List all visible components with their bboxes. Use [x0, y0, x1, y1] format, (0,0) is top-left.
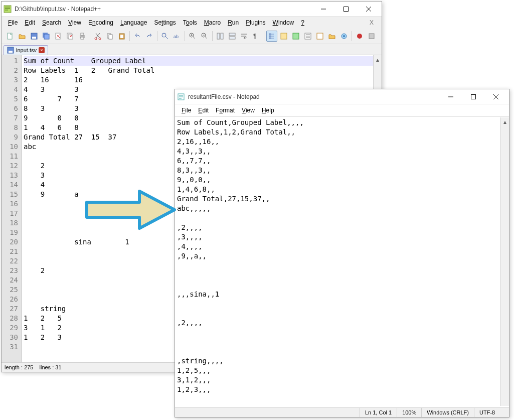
replace-icon[interactable]: ab	[172, 31, 183, 42]
npp-menubar: File Edit Search View Encoding Language …	[2, 17, 382, 29]
menu-edit[interactable]: Edit	[21, 18, 39, 28]
doc-list-icon[interactable]	[302, 31, 313, 42]
svg-rect-26	[229, 37, 235, 39]
svg-rect-23	[217, 33, 220, 39]
svg-point-33	[343, 35, 345, 37]
npp-title: D:\Github\\input.tsv - Notepad++	[15, 6, 312, 13]
lang-ud-icon[interactable]	[278, 31, 289, 42]
svg-rect-29	[293, 33, 299, 39]
disk-icon	[7, 47, 14, 54]
svg-rect-31	[317, 33, 323, 39]
close-file-icon[interactable]	[53, 31, 64, 42]
scroll-up-arrow[interactable]: ▴	[501, 117, 509, 126]
menu-language[interactable]: Language	[117, 18, 150, 28]
record-icon[interactable]	[354, 31, 365, 42]
menu-search[interactable]: Search	[39, 18, 65, 28]
new-file-icon[interactable]	[5, 31, 16, 42]
save-icon[interactable]	[29, 31, 40, 42]
menu-run[interactable]: Run	[224, 18, 242, 28]
notepad-app-icon	[177, 93, 185, 101]
status-length: length : 275	[5, 364, 34, 370]
svg-rect-39	[471, 94, 475, 99]
menu-file[interactable]: File	[178, 105, 195, 115]
npp-titlebar[interactable]: D:\Github\\input.tsv - Notepad++	[2, 2, 382, 17]
menu-close-x[interactable]: X	[365, 18, 379, 28]
find-icon[interactable]	[159, 31, 170, 42]
transform-arrow-icon	[84, 187, 177, 232]
zoom-in-icon[interactable]	[187, 31, 198, 42]
save-all-icon[interactable]	[41, 31, 52, 42]
close-button[interactable]	[357, 2, 380, 16]
menu-format[interactable]: Format	[212, 105, 238, 115]
menu-edit[interactable]: Edit	[195, 105, 212, 115]
menu-tools[interactable]: Tools	[180, 18, 201, 28]
redo-icon[interactable]	[144, 31, 155, 42]
svg-point-19	[162, 33, 166, 37]
sync-h-icon[interactable]	[227, 31, 238, 42]
svg-text:ab: ab	[174, 34, 179, 39]
undo-icon[interactable]	[132, 31, 143, 42]
scroll-up-arrow[interactable]: ▴	[374, 55, 382, 64]
menu-file[interactable]: File	[5, 18, 21, 28]
func-list-icon[interactable]	[314, 31, 325, 42]
np-menubar: File Edit Format View Help	[175, 104, 509, 117]
status-pos: Ln 1, Col 1	[360, 408, 397, 417]
maximize-button[interactable]	[462, 90, 484, 104]
status-lines: lines : 31	[40, 364, 62, 370]
np-titlebar[interactable]: resultantFile.csv - Notepad	[175, 89, 509, 104]
close-all-icon[interactable]	[65, 31, 76, 42]
line-number-gutter: 1234567891011121314151617181920212223242…	[2, 55, 22, 362]
svg-rect-28	[281, 33, 287, 39]
np-title: resultantFile.csv - Notepad	[188, 93, 439, 100]
menu-view[interactable]: View	[65, 18, 85, 28]
tab-input-tsv[interactable]: input.tsv ×	[4, 45, 48, 55]
svg-rect-25	[229, 33, 235, 36]
copy-icon[interactable]	[104, 31, 115, 42]
status-zoom: 100%	[397, 408, 421, 417]
menu-settings[interactable]: Settings	[150, 18, 179, 28]
cut-icon[interactable]	[92, 31, 103, 42]
status-eol: Windows (CRLF)	[421, 408, 474, 417]
np-statusbar: Ln 1, Col 1 100% Windows (CRLF) UTF-8	[175, 407, 509, 417]
indent-guide-icon[interactable]	[266, 31, 277, 42]
tab-close-icon[interactable]: ×	[39, 47, 45, 53]
svg-rect-37	[9, 51, 13, 53]
minimize-button[interactable]	[439, 90, 462, 104]
svg-point-34	[357, 34, 362, 39]
monitor-icon[interactable]	[338, 31, 350, 42]
tab-label: input.tsv	[16, 47, 37, 53]
menu-view[interactable]: View	[238, 105, 258, 115]
npp-app-icon	[4, 5, 12, 13]
svg-rect-2	[8, 33, 12, 39]
close-button[interactable]	[484, 90, 507, 104]
notepad-window: resultantFile.csv - Notepad File Edit Fo…	[175, 89, 509, 417]
svg-rect-24	[221, 33, 223, 39]
menu-encoding[interactable]: Encoding	[85, 18, 117, 28]
open-file-icon[interactable]	[17, 31, 28, 42]
maximize-button[interactable]	[334, 2, 357, 16]
doc-map-icon[interactable]	[290, 31, 301, 42]
menu-help[interactable]: Help	[258, 105, 278, 115]
menu-window[interactable]: Window	[269, 18, 298, 28]
print-icon[interactable]	[77, 31, 88, 42]
npp-tabbar: input.tsv ×	[2, 44, 382, 55]
menu-help[interactable]: ?	[297, 18, 308, 28]
svg-rect-0	[4, 6, 11, 13]
menu-macro[interactable]: Macro	[201, 18, 224, 28]
wrap-icon[interactable]	[239, 31, 250, 42]
minimize-button[interactable]	[312, 2, 334, 16]
status-enc: UTF-8	[474, 408, 509, 417]
menu-plugins[interactable]: Plugins	[242, 18, 269, 28]
folder-icon[interactable]	[326, 31, 337, 42]
stop-icon[interactable]	[366, 31, 377, 42]
zoom-out-icon[interactable]	[199, 31, 210, 42]
show-all-chars-icon[interactable]: ¶	[251, 31, 262, 42]
svg-rect-4	[32, 37, 36, 39]
svg-rect-1	[344, 7, 348, 11]
sync-v-icon[interactable]	[215, 31, 226, 42]
npp-toolbar: ab ¶	[2, 29, 382, 44]
paste-icon[interactable]	[116, 31, 127, 42]
vertical-scrollbar[interactable]: ▴	[500, 117, 509, 406]
svg-rect-11	[81, 33, 84, 35]
notepad-body[interactable]: Sum of Count,Grouped Label,,,, Row Label…	[175, 117, 509, 407]
